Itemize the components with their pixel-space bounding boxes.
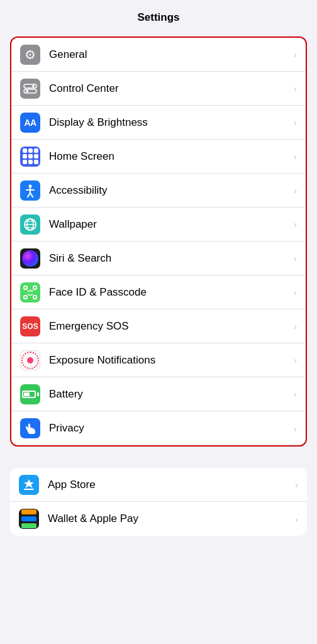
row-label-display-brightness: Display & Brightness — [49, 116, 294, 129]
svg-point-4 — [29, 184, 32, 187]
grid-symbol — [23, 148, 38, 164]
svg-rect-17 — [33, 296, 36, 299]
access-icon — [20, 180, 40, 201]
exposure-icon — [20, 350, 40, 370]
row-label-wallpaper: Wallpaper — [49, 218, 294, 231]
settings-row-battery[interactable]: Battery› — [11, 377, 306, 411]
row-label-general: General — [49, 48, 294, 61]
settings-row-exposure[interactable]: Exposure Notifications› — [11, 343, 306, 377]
aa-text: AA — [24, 118, 36, 128]
chevron-icon-home-screen: › — [294, 151, 297, 162]
row-label-battery: Battery — [49, 388, 294, 401]
hand-icon — [20, 418, 40, 438]
battery-symbol — [22, 391, 39, 398]
svg-point-19 — [31, 290, 33, 291]
row-label-app-store: App Store — [48, 479, 295, 491]
toggle-symbol — [23, 84, 37, 94]
svg-rect-16 — [24, 296, 27, 299]
row-label-siri-search: Siri & Search — [49, 252, 294, 265]
gear-icon: ⚙ — [20, 45, 40, 65]
settings-row-control-center[interactable]: Control Center› — [11, 72, 306, 106]
row-label-wallet: Wallet & Apple Pay — [48, 513, 295, 525]
settings-row-emergency-sos[interactable]: SOSEmergency SOS› — [11, 309, 306, 343]
row-label-control-center: Control Center — [49, 82, 294, 95]
chevron-icon-display-brightness: › — [294, 117, 297, 128]
grid-icon — [20, 147, 40, 167]
appstore-symbol — [22, 478, 36, 492]
wallet-icon — [19, 509, 39, 529]
settings-row-wallpaper[interactable]: Wallpaper› — [11, 208, 306, 242]
chevron-icon-face-id: › — [294, 287, 297, 297]
toggle-icon — [20, 79, 40, 99]
settings-row-accessibility[interactable]: Accessibility› — [11, 174, 306, 208]
settings-row-wallet[interactable]: Wallet & Apple Pay› — [10, 502, 307, 536]
row-label-home-screen: Home Screen — [49, 150, 294, 163]
exposure-symbol — [21, 351, 40, 370]
settings-row-face-id[interactable]: Face ID & Passcode› — [11, 275, 306, 309]
chevron-icon-control-center: › — [294, 83, 297, 94]
chevron-icon-emergency-sos: › — [294, 321, 297, 331]
settings-row-general[interactable]: ⚙General› — [11, 38, 306, 72]
gear-symbol: ⚙ — [25, 47, 36, 62]
siri-ball — [22, 250, 38, 267]
row-label-exposure: Exposure Notifications — [49, 354, 294, 367]
appstore-icon — [19, 475, 39, 495]
accessibility-symbol — [23, 184, 37, 197]
chevron-icon-accessibility: › — [294, 185, 297, 196]
chevron-icon-general: › — [294, 49, 297, 60]
chevron-icon-exposure: › — [294, 355, 297, 365]
hand-symbol — [23, 421, 37, 435]
svg-point-1 — [32, 85, 35, 87]
aa-icon: AA — [20, 113, 40, 133]
wallpaper-symbol — [23, 218, 37, 231]
chevron-icon-siri-search: › — [294, 253, 297, 264]
settings-row-app-store[interactable]: App Store› — [10, 468, 307, 502]
siri-icon — [20, 248, 40, 269]
row-label-accessibility: Accessibility — [49, 184, 294, 197]
svg-point-18 — [28, 290, 29, 291]
settings-group-2: App Store›Wallet & Apple Pay› — [10, 468, 307, 536]
battery-icon — [20, 384, 40, 404]
svg-rect-15 — [33, 286, 36, 289]
settings-row-home-screen[interactable]: Home Screen› — [11, 140, 306, 174]
settings-row-display-brightness[interactable]: AADisplay & Brightness› — [11, 106, 306, 140]
settings-group-1: ⚙General› Control Center›AADisplay & Bri… — [10, 36, 307, 447]
chevron-icon-app-store: › — [295, 479, 298, 490]
settings-row-siri-search[interactable]: Siri & Search› — [11, 242, 306, 275]
faceid-symbol — [23, 286, 37, 299]
page-header: Settings — [0, 0, 317, 31]
settings-row-privacy[interactable]: Privacy› — [11, 411, 306, 445]
sos-icon: SOS — [20, 316, 40, 336]
wallet-symbol — [21, 509, 36, 528]
faceid-icon — [20, 282, 40, 303]
svg-line-8 — [30, 193, 33, 197]
row-label-emergency-sos: Emergency SOS — [49, 320, 294, 333]
chevron-icon-wallet: › — [295, 514, 298, 525]
sos-text: SOS — [22, 322, 38, 331]
row-label-face-id: Face ID & Passcode — [49, 286, 294, 299]
wallpaper-icon — [20, 214, 40, 235]
chevron-icon-privacy: › — [294, 423, 297, 434]
svg-rect-14 — [24, 286, 27, 289]
chevron-icon-battery: › — [294, 389, 297, 399]
svg-point-3 — [26, 90, 28, 92]
chevron-icon-wallpaper: › — [294, 219, 297, 230]
row-label-privacy: Privacy — [49, 422, 294, 435]
